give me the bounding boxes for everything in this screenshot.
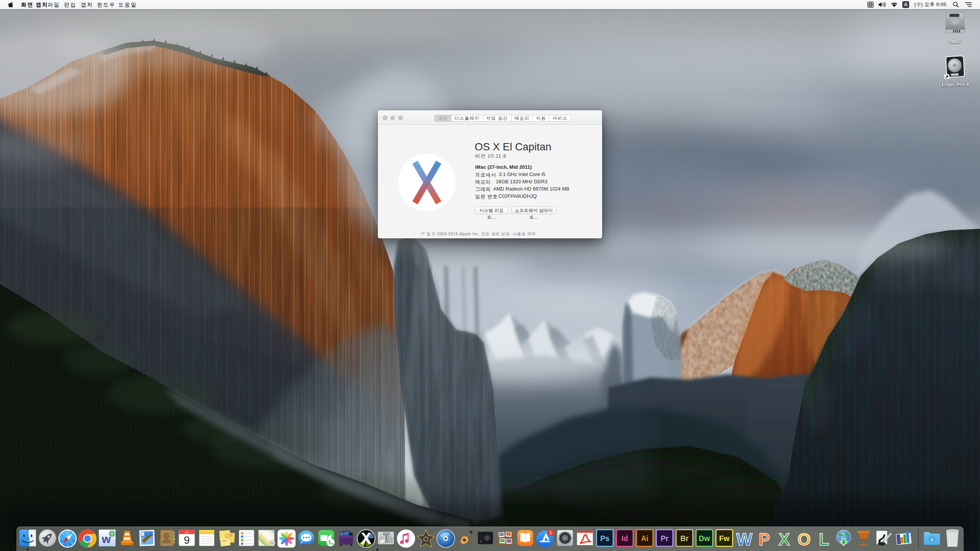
svg-text:3D: 3D: [271, 542, 274, 544]
svg-text:O: O: [797, 530, 810, 548]
svg-text:1: 1: [549, 530, 552, 535]
svg-text:9: 9: [184, 534, 189, 546]
svg-text:W: W: [737, 530, 753, 548]
svg-text:Id: Id: [621, 534, 628, 543]
svg-text:Ai: Ai: [641, 534, 648, 543]
svg-text:Pr: Pr: [661, 534, 669, 543]
svg-text:Dw: Dw: [699, 534, 710, 543]
svg-text:L: L: [819, 530, 829, 548]
svg-text:X: X: [779, 530, 790, 548]
svg-text:P: P: [759, 530, 770, 548]
svg-text:Ps: Ps: [600, 534, 609, 543]
svg-text:12: 12: [185, 531, 189, 534]
svg-text:Fw: Fw: [719, 534, 730, 543]
svg-text:Br: Br: [680, 534, 689, 543]
